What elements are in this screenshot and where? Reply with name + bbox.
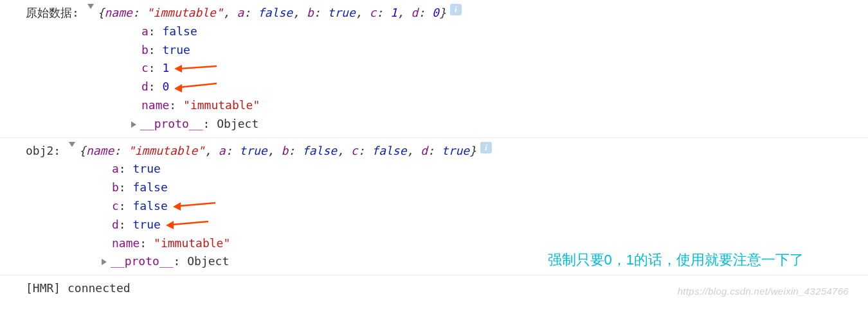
property-row[interactable]: c: false [112,197,168,216]
property-row[interactable]: a: false [141,22,868,41]
property-row[interactable]: c: 1 [141,59,169,78]
arrow-annotation-icon [173,62,218,75]
arrow-annotation-icon [172,200,217,213]
property-row[interactable]: b: true [141,41,868,60]
svg-marker-5 [173,202,181,211]
annotation-text: 强制只要0，1的话，使用就要注意一下了 [548,250,804,270]
arrow-annotation-icon [165,218,210,231]
expand-triangle-icon[interactable] [102,259,107,265]
log-label: 原始数据: [26,4,79,22]
property-row[interactable]: a: true [112,160,868,178]
svg-marker-1 [174,65,182,73]
expand-triangle-icon[interactable] [87,4,94,9]
proto-row[interactable]: __proto__: Object [130,115,868,134]
svg-line-6 [171,221,208,225]
svg-line-4 [178,203,215,206]
watermark-text: https://blog.csdn.net/weixin_43254766 [678,284,849,299]
object-summary[interactable]: {name: "immutable", a: false, b: true, c… [98,4,446,22]
property-row[interactable]: b: false [112,178,868,197]
property-row[interactable]: name: "immutable" [141,96,868,115]
svg-line-0 [179,66,217,69]
log-label: obj2: [26,142,60,161]
arrow-annotation-icon [173,81,218,94]
console-log-entry-1: 原始数据: {name: "immutable", a: false, b: t… [0,0,868,138]
svg-line-2 [179,83,217,87]
object-summary[interactable]: {name: "immutable", a: true, b: false, c… [79,142,476,161]
property-row[interactable]: d: true [112,216,161,234]
svg-marker-3 [174,84,182,92]
object-properties: a: false b: true c: 1 d: 0 name: "immuta… [141,22,868,134]
expand-triangle-icon[interactable] [69,142,75,147]
property-row[interactable]: d: 0 [141,78,169,96]
svg-marker-7 [166,221,174,229]
log-message: [HMR] connected [26,281,131,295]
expand-triangle-icon[interactable] [131,121,136,128]
info-icon[interactable]: i [450,4,462,15]
info-icon[interactable]: i [480,142,492,153]
